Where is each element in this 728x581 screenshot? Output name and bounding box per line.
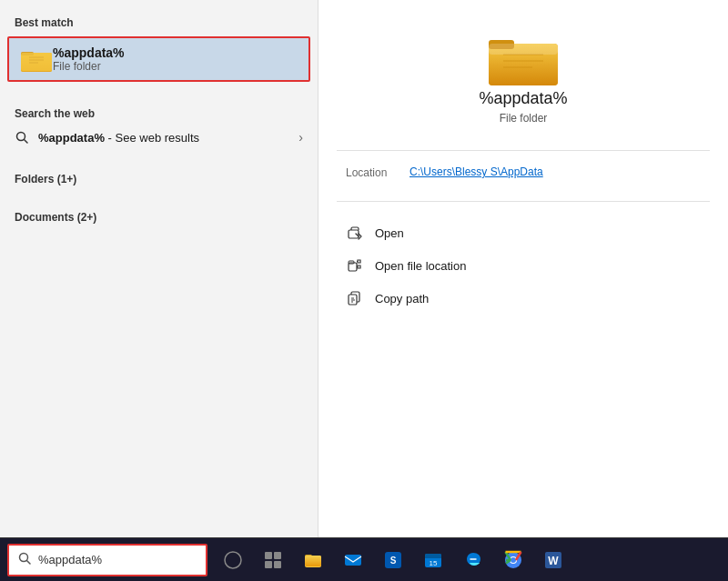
web-search-label: Search the web: [0, 100, 318, 124]
svg-point-28: [225, 552, 241, 568]
menu-content: Best match: [0, 0, 728, 537]
store-button[interactable]: S: [375, 542, 411, 578]
copy-path-action[interactable]: Copy path: [337, 282, 710, 315]
svg-rect-29: [265, 552, 272, 559]
best-match-label: Best match: [0, 9, 318, 33]
word-button[interactable]: W: [535, 542, 571, 578]
detail-subtitle: File folder: [500, 112, 548, 125]
search-web-icon: [15, 130, 29, 145]
taskbar: %appdata%: [0, 537, 728, 581]
best-match-subtitle: File folder: [53, 60, 125, 73]
location-label: Location: [346, 165, 410, 179]
taskbar-search-icon: [18, 552, 31, 567]
svg-text:S: S: [390, 556, 397, 566]
detail-title: %appdata%: [479, 89, 567, 108]
svg-rect-41: [425, 556, 441, 558]
best-match-item[interactable]: %appdata% File folder: [7, 36, 310, 82]
chevron-right-icon: ›: [298, 130, 303, 145]
file-explorer-button[interactable]: [295, 542, 331, 578]
best-match-text: %appdata% File folder: [53, 45, 125, 73]
svg-text:W: W: [548, 555, 559, 567]
location-row: Location C:\Users\Blessy S\AppData: [337, 165, 710, 179]
open-file-location-label: Open file location: [375, 259, 466, 273]
taskbar-search[interactable]: %appdata%: [7, 544, 207, 576]
cortana-button[interactable]: [215, 542, 251, 578]
svg-rect-31: [265, 561, 272, 568]
task-view-button[interactable]: [255, 542, 291, 578]
svg-line-8: [25, 140, 28, 144]
open-label: Open: [375, 226, 404, 240]
svg-rect-15: [489, 44, 558, 55]
svg-rect-30: [274, 552, 281, 559]
svg-rect-36: [345, 555, 361, 566]
detail-divider: [337, 150, 710, 151]
right-panel: %appdata% File folder Location C:\Users\…: [318, 0, 728, 537]
copy-path-label: Copy path: [375, 292, 429, 306]
action-divider: [337, 201, 710, 202]
svg-rect-35: [305, 556, 321, 566]
copy-path-icon: [346, 289, 364, 307]
open-file-location-icon: [346, 256, 364, 275]
mail-button[interactable]: [335, 542, 371, 578]
svg-rect-3: [21, 53, 52, 71]
start-menu: Best match: [0, 0, 728, 581]
folders-label: Folders (1+): [0, 165, 318, 189]
svg-line-27: [27, 561, 31, 565]
edge-button[interactable]: [455, 542, 491, 578]
left-panel: Best match: [0, 0, 318, 537]
folder-icon-small: [20, 45, 53, 73]
open-icon: [346, 224, 364, 242]
taskbar-search-value: %appdata%: [38, 553, 102, 566]
svg-rect-16: [349, 230, 359, 238]
web-search-item[interactable]: %appdata% - See web results ›: [0, 124, 318, 151]
svg-point-45: [511, 557, 516, 563]
svg-text:15: 15: [430, 559, 438, 567]
open-file-location-action[interactable]: Open file location: [337, 249, 710, 282]
documents-label: Documents (2+): [0, 204, 318, 227]
taskbar-icons: S 15: [215, 542, 571, 578]
folder-icon-large: [487, 27, 560, 89]
calendar-button[interactable]: 15: [415, 542, 451, 578]
best-match-title: %appdata%: [53, 45, 125, 60]
open-action[interactable]: Open: [337, 216, 710, 249]
web-search-text: %appdata% - See web results: [38, 131, 199, 145]
location-value[interactable]: C:\Users\Blessy S\AppData: [410, 165, 543, 178]
chrome-button[interactable]: [495, 542, 531, 578]
svg-rect-32: [274, 561, 281, 568]
